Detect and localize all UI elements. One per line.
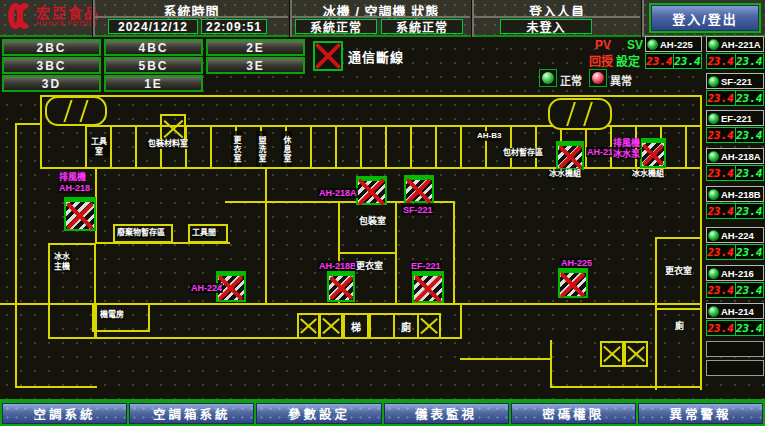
room-label: 工具室 [88, 137, 110, 157]
wall [15, 123, 17, 388]
room-label: 廁 [674, 321, 685, 331]
zone-button-4bc[interactable]: 4BC [104, 39, 203, 56]
device-tag: AH-225 [560, 258, 593, 268]
unit-led-icon [708, 268, 719, 279]
unit-row-ah221a[interactable]: AH-221A 23.423.4 [706, 36, 764, 69]
zone-button-1e[interactable]: 1E [104, 75, 203, 92]
ahu-status: 系統正常 [381, 19, 463, 34]
zone-button-3e[interactable]: 3E [206, 57, 305, 74]
nav-button-ahu-system[interactable]: 空調箱系統 [129, 403, 254, 424]
zone-button-3d[interactable]: 3D [2, 75, 101, 92]
wall [655, 237, 657, 390]
unit-sv: 23.4 [736, 91, 764, 105]
unit-name: AH-225 [660, 39, 693, 50]
wall [265, 167, 267, 305]
wall [40, 95, 702, 97]
unit-row-ah218a[interactable]: AH-218A 23.423.4 [706, 148, 764, 181]
device-tag: 冰水泵 [612, 149, 641, 159]
unit-pv: 23.4 [646, 54, 674, 68]
unit-name: AH-216 [721, 268, 754, 279]
system-date-value: 2024/12/12 [108, 19, 198, 34]
wall [15, 123, 42, 125]
shaft-icon [319, 313, 343, 339]
unit-pv: 23.4 [707, 91, 736, 105]
unit-pv: 23.4 [707, 166, 736, 180]
room-label: 冰水機組 [548, 169, 582, 179]
divider [641, 0, 644, 37]
unit-sv: 23.4 [736, 128, 764, 142]
unit-led-icon [647, 39, 658, 50]
hmi-screen: { "header": { "brand": "宏亞食品", "brand_en… [0, 0, 765, 426]
abnormal-led [589, 69, 607, 87]
pv-label: PV [595, 38, 611, 52]
red-led-icon [592, 72, 604, 84]
nav-button-password[interactable]: 密碼權限 [511, 403, 636, 424]
room-label: AH-B3 [476, 131, 502, 141]
ahu-icon-ah214[interactable] [556, 141, 584, 170]
room-label: 休息室 [281, 131, 292, 167]
device-tag: AH-224 [190, 283, 223, 293]
unit-row-ah224[interactable]: AH-224 23.423.4 [706, 227, 764, 260]
unit-pv: 23.4 [707, 128, 736, 142]
unit-slot-empty [706, 341, 764, 357]
ahu-icon-ef221[interactable] [412, 271, 444, 303]
nav-button-param-setting[interactable]: 參數設定 [256, 403, 381, 424]
zone-button-2e[interactable]: 2E [206, 39, 305, 56]
room-label: 工具間 [191, 228, 217, 238]
ahu-icon-sf221[interactable] [404, 175, 434, 203]
logo-mark-icon [17, 3, 32, 29]
unit-led-icon [708, 189, 719, 200]
ahu-icon-ah218a[interactable] [356, 176, 387, 205]
unit-led-icon [708, 39, 719, 50]
empty-cell [369, 313, 395, 339]
nav-button-meter-monitor[interactable]: 儀表監視 [384, 403, 509, 424]
ahu-icon-ah221a[interactable] [640, 138, 666, 168]
login-logout-button[interactable]: 登入/登出 [649, 3, 761, 33]
unit-row-ah225[interactable]: AH-225 23.423.4 [645, 36, 702, 69]
zone-button-2bc[interactable]: 2BC [2, 39, 101, 56]
toilet-cell: 廁 [393, 313, 419, 339]
device-tag: 排風機 [612, 138, 641, 148]
device-tag: AH-218B [318, 261, 358, 271]
sv-label: SV [627, 38, 643, 52]
ahu-icon-ah225[interactable] [558, 268, 588, 298]
wall [655, 308, 702, 310]
wall [550, 386, 702, 388]
room-label: 更衣室 [355, 261, 384, 271]
zone-button-5bc[interactable]: 5BC [104, 57, 203, 74]
unit-row-ef221[interactable]: EF-221 23.423.4 [706, 110, 764, 143]
unit-led-icon [708, 306, 719, 317]
unit-led-icon [708, 76, 719, 87]
nav-button-alarm[interactable]: 異常警報 [638, 403, 763, 424]
unit-row-ah216[interactable]: AH-216 23.423.4 [706, 265, 764, 298]
room-label: 更衣室 [231, 131, 242, 167]
system-time-value: 22:09:51 [201, 19, 267, 34]
zone-button-3bc[interactable]: 3BC [2, 57, 101, 74]
unit-sv: 23.4 [736, 54, 764, 68]
login-user-value: 未登入 [500, 19, 592, 34]
room-label: 包材暫存區 [502, 148, 544, 158]
unit-row-ah218b[interactable]: AH-218B 23.423.4 [706, 186, 764, 219]
bottom-nav: 空調系統 空調箱系統 參數設定 儀表監視 密碼權限 異常警報 [0, 399, 765, 426]
device-tag: AH-218 [58, 183, 91, 193]
wall [453, 201, 455, 305]
device-tag: 排風機 [58, 172, 87, 182]
unit-sv: 23.4 [674, 54, 701, 68]
device-tag: EF-221 [410, 261, 442, 271]
unit-row-sf221[interactable]: SF-221 23.423.4 [706, 73, 764, 106]
wall [40, 95, 42, 169]
wall [460, 303, 462, 339]
nav-button-ac-system[interactable]: 空調系統 [2, 403, 127, 424]
pv-cn-label: 回授 [589, 52, 613, 69]
ahu-icon-ah218[interactable] [64, 197, 96, 231]
ahu-icon-ah218b[interactable] [327, 271, 355, 302]
unit-row-ah214[interactable]: AH-214 23.423.4 [706, 303, 764, 336]
unit-pv: 23.4 [707, 54, 736, 68]
unit-pv: 23.4 [707, 283, 736, 297]
unit-sv: 23.4 [736, 204, 764, 218]
wall [40, 167, 702, 169]
company-logo: 宏亞食品 HUNYA FOODS [8, 3, 100, 29]
chiller-status: 系統正常 [295, 19, 377, 34]
normal-led [539, 69, 557, 87]
unit-pv: 23.4 [707, 321, 736, 335]
